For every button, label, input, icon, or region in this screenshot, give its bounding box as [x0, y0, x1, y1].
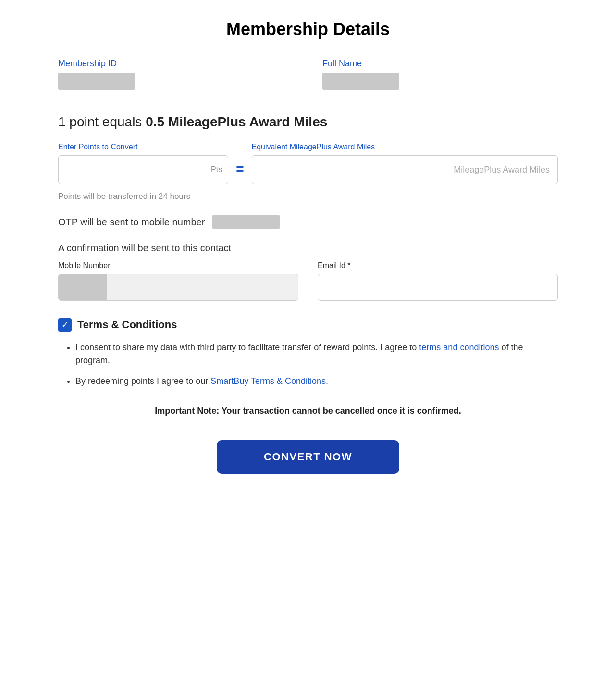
membership-id-field: Membership ID — [58, 59, 294, 93]
membership-row: Membership ID Full Name — [58, 59, 558, 93]
contact-row: Mobile Number Email Id * — [58, 261, 558, 301]
pts-suffix: Pts — [211, 165, 222, 174]
email-label: Email Id * — [318, 261, 558, 270]
otp-text: OTP will be sent to mobile number — [58, 217, 205, 228]
points-input[interactable] — [59, 165, 204, 175]
terms-item-1: I consent to share my data with third pa… — [75, 341, 558, 367]
otp-row: OTP will be sent to mobile number — [58, 215, 558, 229]
terms-section: ✓ Terms & Conditions I consent to share … — [58, 318, 558, 388]
equals-sign: = — [236, 161, 244, 177]
terms-item-1-text-before: I consent to share my data with third pa… — [75, 343, 419, 352]
points-input-section: Enter Points to Convert Pts — [58, 143, 228, 184]
points-input-wrap: Pts — [58, 155, 228, 184]
full-name-value-placeholder — [322, 73, 399, 90]
mobile-prefix-placeholder — [59, 274, 107, 300]
mobile-number-field: Mobile Number — [58, 261, 298, 301]
mobile-number-input[interactable] — [107, 283, 298, 292]
conversion-rate-prefix: 1 point equals — [58, 114, 146, 129]
email-field: Email Id * — [318, 261, 558, 301]
otp-number-placeholder — [212, 215, 280, 229]
miles-output-wrap: MileagePlus Award Miles — [252, 155, 558, 184]
important-note: Important Note: Your transaction cannot … — [58, 401, 558, 421]
terms-item-2: By redeeming points I agree to our Smart… — [75, 375, 558, 388]
conversion-rate-value: 0.5 MileagePlus Award Miles — [146, 114, 327, 129]
full-name-label: Full Name — [322, 59, 558, 69]
terms-list: I consent to share my data with third pa… — [58, 341, 558, 388]
terms-header: ✓ Terms & Conditions — [58, 318, 558, 332]
full-name-underline — [322, 93, 558, 93]
conversion-rate-info: 1 point equals 0.5 MileagePlus Award Mil… — [58, 112, 558, 131]
smartbuy-terms-link[interactable]: SmartBuy Terms & Conditions. — [210, 376, 328, 386]
main-container: Membership Details Membership ID Full Na… — [58, 14, 558, 676]
mobile-input-wrap — [58, 274, 298, 301]
points-input-label: Enter Points to Convert — [58, 143, 228, 151]
terms-title: Terms & Conditions — [77, 319, 177, 331]
terms-item-2-text-before: By redeeming points I agree to our — [75, 376, 210, 386]
email-input[interactable] — [318, 274, 558, 301]
terms-checkbox[interactable]: ✓ — [58, 318, 72, 332]
full-name-field: Full Name — [322, 59, 558, 93]
miles-output-placeholder: MileagePlus Award Miles — [454, 165, 550, 175]
membership-id-underline — [58, 93, 294, 93]
terms-and-conditions-link[interactable]: terms and conditions — [419, 343, 499, 352]
confirmation-note: A confirmation will be sent to this cont… — [58, 243, 558, 254]
important-note-text: Your transaction cannot be cancelled onc… — [222, 406, 461, 416]
important-note-label: Important Note: — [155, 406, 219, 416]
membership-id-label: Membership ID — [58, 59, 294, 69]
miles-output-section: Equivalent MileagePlus Award Miles Milea… — [252, 143, 558, 184]
convert-now-button[interactable]: CONVERT NOW — [217, 440, 399, 474]
membership-id-value-placeholder — [58, 73, 135, 90]
miles-output-label: Equivalent MileagePlus Award Miles — [252, 143, 558, 151]
mobile-number-label: Mobile Number — [58, 261, 298, 270]
checkmark-icon: ✓ — [62, 320, 69, 329]
transfer-note: Points will be transferred in 24 hours — [58, 192, 558, 201]
page-title: Membership Details — [58, 19, 558, 39]
points-conversion-row: Enter Points to Convert Pts = Equivalent… — [58, 143, 558, 184]
